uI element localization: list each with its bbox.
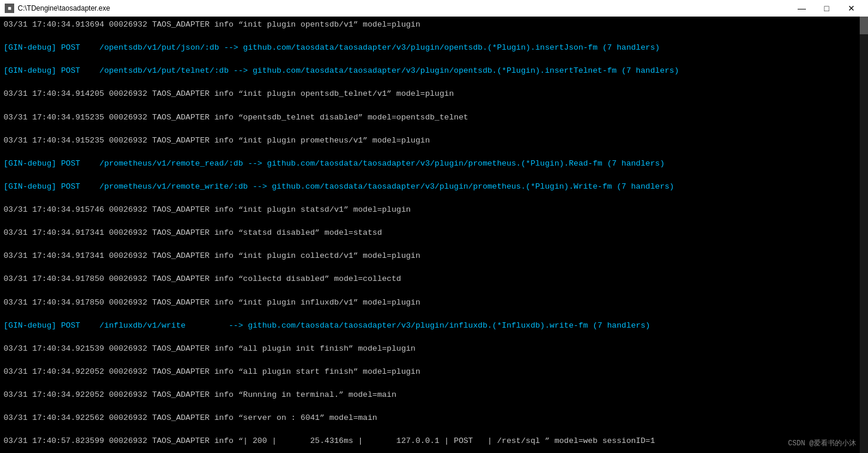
console-line: 03/31 17:40:34.917341 00026932 TAOS_ADAP… — [4, 250, 864, 262]
title-bar: ■ C:\TDengine\taosadapter.exe — □ ✕ — [0, 0, 868, 17]
close-button[interactable]: ✕ — [840, 0, 863, 17]
console-line: 03/31 17:40:34.922052 00026932 TAOS_ADAP… — [4, 389, 864, 401]
console-line: [GIN-debug] POST /opentsdb/v1/put/json/:… — [4, 42, 864, 54]
console-line: 03/31 17:40:34.914205 00026932 TAOS_ADAP… — [4, 88, 864, 100]
title-bar-left: ■ C:\TDengine\taosadapter.exe — [5, 4, 110, 13]
console-line: [GIN-debug] POST /prometheus/v1/remote_w… — [4, 181, 864, 193]
console-line: 03/31 17:40:34.921539 00026932 TAOS_ADAP… — [4, 343, 864, 355]
watermark: CSDN @爱看书的小沐 — [788, 438, 856, 448]
window-icon: ■ — [5, 4, 14, 13]
console-line: 03/31 17:40:34.917341 00026932 TAOS_ADAP… — [4, 227, 864, 239]
console-line: 03/31 17:40:34.915235 00026932 TAOS_ADAP… — [4, 112, 864, 124]
console-line: [GIN-debug] POST /opentsdb/v1/put/telnet… — [4, 65, 864, 77]
console-line: 03/31 17:40:34.922562 00026932 TAOS_ADAP… — [4, 412, 864, 424]
window-title: C:\TDengine\taosadapter.exe — [18, 4, 110, 12]
console-line: 03/31 17:40:34.913694 00026932 TAOS_ADAP… — [4, 19, 864, 31]
console-line: [GIN-debug] POST /influxdb/v1/write --> … — [4, 320, 864, 332]
scrollbar[interactable] — [860, 17, 868, 453]
console-line: [GIN-debug] POST /prometheus/v1/remote_r… — [4, 158, 864, 170]
console-line: 03/31 17:40:34.915746 00026932 TAOS_ADAP… — [4, 204, 864, 216]
console-area: 03/31 17:40:34.913694 00026932 TAOS_ADAP… — [0, 17, 868, 453]
minimize-button[interactable]: — — [790, 0, 814, 17]
console-line: 03/31 17:40:57.823599 00026932 TAOS_ADAP… — [4, 435, 864, 447]
console-line: 03/31 17:40:34.915235 00026932 TAOS_ADAP… — [4, 135, 864, 147]
title-bar-controls: — □ ✕ — [790, 0, 863, 17]
console-output: 03/31 17:40:34.913694 00026932 TAOS_ADAP… — [4, 19, 864, 453]
console-line: 03/31 17:40:34.917850 00026932 TAOS_ADAP… — [4, 297, 864, 309]
window: ■ C:\TDengine\taosadapter.exe — □ ✕ 03/3… — [0, 0, 868, 453]
console-line: 03/31 17:40:34.917850 00026932 TAOS_ADAP… — [4, 273, 864, 285]
maximize-button[interactable]: □ — [815, 0, 838, 17]
console-line: 03/31 17:40:34.922052 00026932 TAOS_ADAP… — [4, 366, 864, 378]
scrollbar-thumb[interactable] — [860, 17, 868, 34]
